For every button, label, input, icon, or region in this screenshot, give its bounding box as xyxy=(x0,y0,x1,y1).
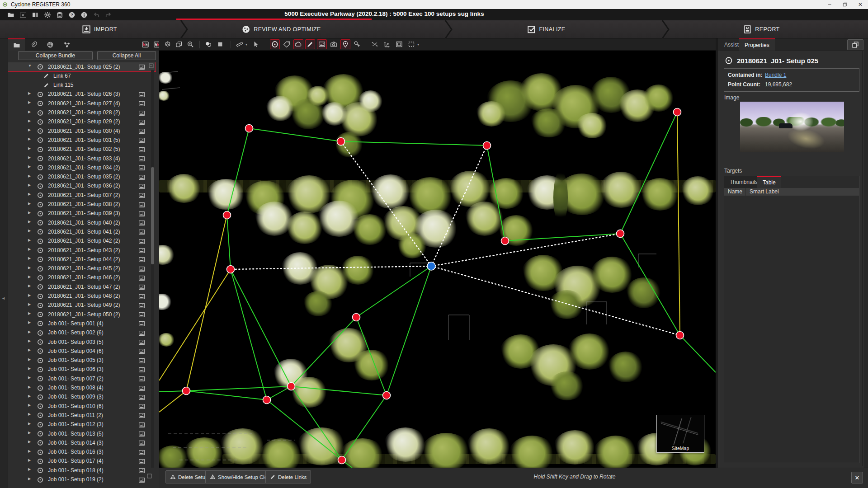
image-view-icon[interactable] xyxy=(394,39,404,49)
show-links-icon[interactable] xyxy=(305,39,315,49)
tree-setup-item[interactable]: ▶20180621_J01- Setup 026 (3) xyxy=(8,90,156,99)
caret-right-icon[interactable]: ▶ xyxy=(28,348,31,352)
auto-link-icon[interactable] xyxy=(370,39,380,49)
caret-right-icon[interactable]: ▶ xyxy=(28,302,31,306)
caret-right-icon[interactable]: ▶ xyxy=(28,119,31,123)
tree-link-item[interactable]: Link 115 xyxy=(8,81,156,90)
tree-setup-item[interactable]: ▶20180621_J01- Setup 030 (4) xyxy=(8,127,156,136)
close-project-icon[interactable] xyxy=(17,10,29,19)
setup-panorama-thumbnail[interactable] xyxy=(740,102,844,152)
caret-right-icon[interactable]: ▶ xyxy=(28,385,31,389)
rotate-view-icon[interactable] xyxy=(163,39,173,49)
caret-right-icon[interactable]: ▶ xyxy=(28,366,31,371)
measure-tool-icon[interactable] xyxy=(235,39,245,49)
caret-right-icon[interactable]: ▶ xyxy=(28,422,31,426)
setup-thumbnail-icon[interactable] xyxy=(138,183,145,189)
setup-thumbnail-icon[interactable] xyxy=(138,155,145,162)
setup-thumbnail-icon[interactable] xyxy=(138,385,145,391)
collapse-bundle-button[interactable]: Collapse Bundle xyxy=(18,51,93,60)
tree-setup-item[interactable]: ▶Job 001- Setup 002 (6) xyxy=(8,328,156,338)
setup-node[interactable] xyxy=(674,108,681,116)
setup-thumbnail-icon[interactable] xyxy=(138,192,145,198)
caret-right-icon[interactable]: ▶ xyxy=(28,146,31,150)
setup-node[interactable] xyxy=(223,211,231,219)
setup-thumbnail-icon[interactable] xyxy=(138,366,145,373)
bundle-link[interactable]: Bundle 1 xyxy=(765,72,786,78)
caret-right-icon[interactable]: ▶ xyxy=(28,403,31,407)
tree-setup-item[interactable]: ▶20180621_J01- Setup 028 (2) xyxy=(8,108,156,117)
setup-thumbnail-icon[interactable] xyxy=(138,320,145,327)
settings-icon[interactable] xyxy=(41,10,53,19)
tree-setup-item[interactable]: ▶20180621_J01- Setup 044 (2) xyxy=(8,255,156,264)
setup-thumbnail-icon[interactable] xyxy=(138,311,145,318)
close-view-button[interactable]: ✕ xyxy=(851,472,863,483)
caret-right-icon[interactable]: ▶ xyxy=(28,412,31,416)
tree-setup-item[interactable]: ▶20180621_J01- Setup 038 (2) xyxy=(8,200,156,209)
selection-marquee-icon[interactable] xyxy=(406,39,416,49)
setup-thumbnail-icon[interactable] xyxy=(138,119,145,125)
tree-setup-item[interactable]: ▶Job 001- Setup 009 (3) xyxy=(8,393,156,402)
caret-right-icon[interactable]: ▶ xyxy=(28,275,31,279)
setup-thumbnail-icon[interactable] xyxy=(138,467,145,474)
caret-right-icon[interactable]: ▶ xyxy=(28,293,31,297)
help-icon[interactable]: ? xyxy=(66,10,78,19)
column-name[interactable]: Name xyxy=(724,188,746,196)
setup-thumbnail-icon[interactable] xyxy=(138,348,145,354)
restore-button[interactable] xyxy=(837,0,853,9)
tree-setup-item[interactable]: ▶Job 001- Setup 011 (2) xyxy=(8,411,156,420)
caret-right-icon[interactable]: ▶ xyxy=(28,256,31,260)
tree-setup-item[interactable]: ▶Job 001- Setup 006 (3) xyxy=(8,365,156,374)
layout-panels-button[interactable] xyxy=(847,39,863,50)
tree-setup-item[interactable]: ▶Job 001- Setup 003 (5) xyxy=(8,338,156,347)
setup-thumbnail-icon[interactable] xyxy=(138,422,145,428)
setup-thumbnail-icon[interactable] xyxy=(138,275,145,281)
setup-thumbnail-icon[interactable] xyxy=(138,128,145,134)
tree-setup-item[interactable]: ▶Job 001- Setup 001 (4) xyxy=(8,319,156,328)
tree-setup-item[interactable]: ▶20180621_J01- Setup 037 (2) xyxy=(8,191,156,200)
setup-node[interactable] xyxy=(383,392,391,399)
setup-thumbnail-icon[interactable] xyxy=(138,339,145,345)
setup-node[interactable] xyxy=(501,237,509,245)
close-button[interactable]: ✕ xyxy=(853,0,868,9)
caret-right-icon[interactable]: ▶ xyxy=(28,202,31,206)
tree-setup-item[interactable]: ▶Job 001- Setup 017 (4) xyxy=(8,457,156,466)
column-smart-label[interactable]: Smart Label xyxy=(746,188,779,196)
setup-thumbnail-icon[interactable] xyxy=(138,91,145,98)
tree-setup-item[interactable]: ▶Job 001- Setup 004 (6) xyxy=(8,347,156,356)
pointer-tool-icon[interactable] xyxy=(251,39,261,49)
tree-setup-item[interactable]: ▶20180621_J01- Setup 041 (2) xyxy=(8,227,156,236)
layers-icon[interactable] xyxy=(174,39,184,49)
tree-setup-item[interactable]: ▶20180621_J01- Setup 047 (2) xyxy=(8,282,156,291)
show-geotags-icon[interactable] xyxy=(340,39,350,49)
tree-setup-item[interactable]: ▶20180621_J01- Setup 027 (4) xyxy=(8,99,156,108)
setup-thumbnail-icon[interactable] xyxy=(138,229,145,235)
tree-setup-item[interactable]: ▶20180621_J01- Setup 032 (5) xyxy=(8,145,156,154)
scrollbar-thumb[interactable] xyxy=(151,167,154,264)
setup-thumbnail-icon[interactable] xyxy=(138,64,145,70)
tree-setup-item[interactable]: ▶20180621_J01- Setup 029 (2) xyxy=(8,117,156,127)
setup-thumbnail-icon[interactable] xyxy=(138,247,145,253)
setup-node[interactable] xyxy=(353,314,360,321)
setup-node[interactable] xyxy=(288,383,295,390)
caret-right-icon[interactable]: ▶ xyxy=(28,330,31,334)
setup-thumbnail-icon[interactable] xyxy=(138,431,145,437)
setup-thumbnail-icon[interactable] xyxy=(138,174,145,180)
setup-node[interactable] xyxy=(617,230,624,238)
caret-right-icon[interactable]: ▶ xyxy=(28,174,31,178)
tree-setup-item[interactable]: ▶Job 001- Setup 005 (3) xyxy=(8,356,156,365)
setup-node[interactable] xyxy=(227,266,235,273)
import-data-icon[interactable] xyxy=(29,10,41,19)
redo-icon[interactable] xyxy=(102,10,114,19)
setup-node[interactable] xyxy=(263,396,271,404)
setup-thumbnail-icon[interactable] xyxy=(138,330,145,336)
tree-setup-item[interactable]: ▶20180621_J01- Setup 039 (3) xyxy=(8,209,156,218)
measure-tool-dropdown-icon[interactable]: ▾ xyxy=(245,42,247,47)
caret-right-icon[interactable]: ▶ xyxy=(28,311,31,315)
setup-thumbnail-icon[interactable] xyxy=(138,256,145,263)
selected-setup-node[interactable] xyxy=(427,262,435,270)
setup-thumbnail-icon[interactable] xyxy=(138,293,145,300)
georeference-icon[interactable] xyxy=(352,39,362,49)
caret-right-icon[interactable]: ▶ xyxy=(28,477,31,481)
sidebar-scrollbar[interactable] xyxy=(151,70,154,468)
tree-setup-item[interactable]: ▶20180621_J01- Setup 045 (2) xyxy=(8,264,156,273)
